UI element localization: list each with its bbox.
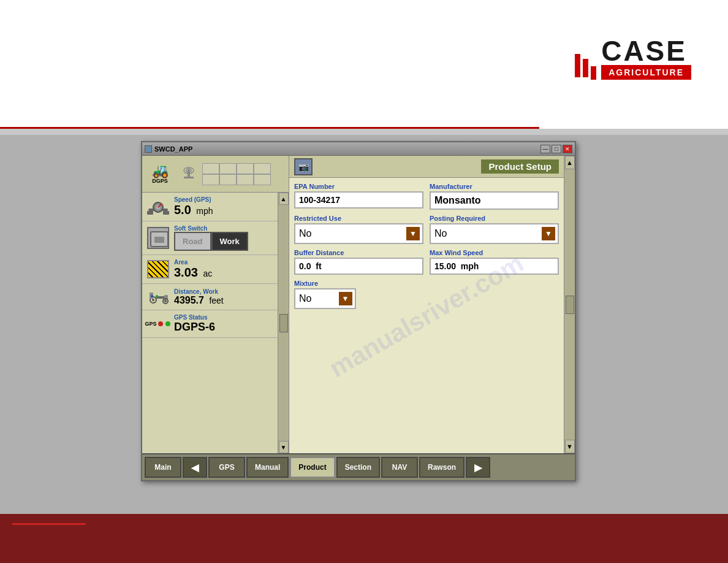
manufacturer-label: Manufacturer [430,183,559,190]
nav-nav-button[interactable]: NAV [381,457,418,478]
manufacturer-input[interactable] [430,191,559,210]
form-row-3: Buffer Distance Max Wind Speed [294,249,559,275]
right-panel: 📷 Product Setup manualsriver.com [289,156,564,453]
speed-label: Speed (GPS) [174,196,273,203]
scroll-thumb[interactable] [279,314,288,332]
minimize-button[interactable]: — [540,145,550,153]
restricted-use-select[interactable]: No ▼ [294,223,423,244]
app-window: SWCD_APP — □ ✕ 🚜 DGPS [141,141,576,481]
close-button[interactable]: ✕ [563,145,572,153]
speed-text: Speed (GPS) 5.0 mph [174,196,273,217]
main-nav-button[interactable]: Main [145,457,181,478]
left-panel-items: Speed (GPS) 5.0 mph [142,193,278,453]
road-button[interactable]: Road [174,232,211,251]
maximize-button[interactable]: □ [552,145,561,153]
product-setup-title-area: Product Setup [313,159,559,174]
svg-rect-10 [163,211,169,215]
soft-switch-label: Soft Switch [174,225,273,232]
manual-nav-button[interactable]: Manual [246,457,289,478]
right-scroll-area: 📷 Product Setup manualsriver.com [289,156,575,453]
max-wind-speed-group: Max Wind Speed [430,249,559,275]
nav-bar: Main ◀ GPS Manual Product Section NAV Ra… [142,453,575,480]
mixture-arrow[interactable]: ▼ [339,292,352,305]
distance-item: Distance, Work 4395.7 feet [142,284,278,310]
left-scrollbar[interactable]: ▲ ▼ [278,193,289,453]
posting-required-select[interactable]: No ▼ [430,223,559,244]
tractor-icon-area: 🚜 DGPS [145,164,175,184]
app-title: SWCD_APP [154,145,192,153]
gps-status-text: GPS Status DGPS-6 [174,314,273,334]
bottom-bar-line [12,523,86,525]
scroll-down-button[interactable]: ▼ [279,441,289,453]
gps-status-item: GPS GPS Status DGPS-6 [142,310,278,338]
max-wind-speed-label: Max Wind Speed [430,249,559,256]
area-label: Area [174,259,273,266]
soft-switch-item: Soft Switch Road Work [142,221,278,255]
mixture-group: Mixture No ▼ [294,280,423,309]
svg-rect-0 [184,177,194,178]
section-nav-button[interactable]: Section [336,457,380,478]
distance-label: Distance, Work [174,288,273,295]
gps-green-dot [165,321,170,326]
area-text: Area 3.03 ac [174,259,273,280]
speed-item: Speed (GPS) 5.0 mph [142,193,278,221]
forward-arrow-button[interactable]: ▶ [466,457,490,478]
camera-button[interactable]: 📷 [294,158,313,175]
restricted-use-label: Restricted Use [294,215,423,222]
buffer-distance-label: Buffer Distance [294,249,423,256]
product-nav-button[interactable]: Product [290,457,335,478]
distance-unit: feet [209,296,223,305]
mixture-label: Mixture [294,280,423,287]
posting-required-group: Posting Required No ▼ [430,215,559,244]
scroll-up-button[interactable]: ▲ [279,193,289,205]
logo-agriculture-text: AGRICULTURE [609,67,684,77]
svg-point-14 [152,299,154,301]
right-scroll-thumb[interactable] [566,296,574,314]
gps-status-value: DGPS-6 [174,321,273,334]
right-scrollbar[interactable]: ▲ ▼ [564,156,575,453]
title-bar-buttons[interactable]: — □ ✕ [540,145,572,153]
left-panel-body: Speed (GPS) 5.0 mph [142,193,289,453]
back-arrow-button[interactable]: ◀ [183,457,207,478]
svg-point-4 [188,169,190,172]
main-content: SWCD_APP — □ ✕ 🚜 DGPS [0,135,728,563]
logo-area: CASE AGRICULTURE [575,37,691,80]
max-wind-speed-input[interactable] [430,258,559,275]
distance-text: Distance, Work 4395.7 feet [174,288,273,306]
product-setup-title: Product Setup [481,159,559,174]
gps-status-icon: GPS [147,315,169,333]
logo-case-text: CASE [601,37,691,65]
distance-icon [147,288,169,306]
epa-number-label: EPA Number [294,183,423,190]
gps-red-dot [158,321,163,326]
buffer-distance-input[interactable] [294,258,423,275]
restricted-use-value: No [299,228,311,239]
dgps-label: DGPS [152,178,168,184]
speed-icon [147,197,169,216]
restricted-use-arrow[interactable]: ▼ [406,227,420,240]
switch-buttons[interactable]: Road Work [174,232,273,251]
area-item: Area 3.03 ac [142,255,278,284]
posting-required-arrow[interactable]: ▼ [542,227,555,240]
posting-required-label: Posting Required [430,215,559,222]
mixture-select[interactable]: No ▼ [294,288,356,309]
bottom-bar [0,514,728,563]
manufacturer-group: Manufacturer [430,183,559,210]
epa-number-input[interactable] [294,191,423,209]
tractor-icon: 🚜 [152,164,169,178]
speed-unit: mph [196,206,213,216]
gps-nav-button[interactable]: GPS [208,457,245,478]
right-scroll-down-button[interactable]: ▼ [565,440,575,453]
svg-point-20 [151,295,153,297]
right-scroll-up-button[interactable]: ▲ [565,156,575,169]
form-row-1: EPA Number Manufacturer [294,183,559,210]
right-form-area: manualsriver.com EPA Number Manufacturer [289,178,564,453]
rawson-nav-button[interactable]: Rawson [419,457,464,478]
svg-point-21 [156,295,158,297]
title-bar-left: SWCD_APP [145,145,192,153]
svg-rect-9 [147,211,153,215]
area-icon [147,260,169,278]
work-button[interactable]: Work [211,232,248,251]
left-panel: 🚜 DGPS [142,156,289,453]
mixture-value: No [299,293,311,304]
